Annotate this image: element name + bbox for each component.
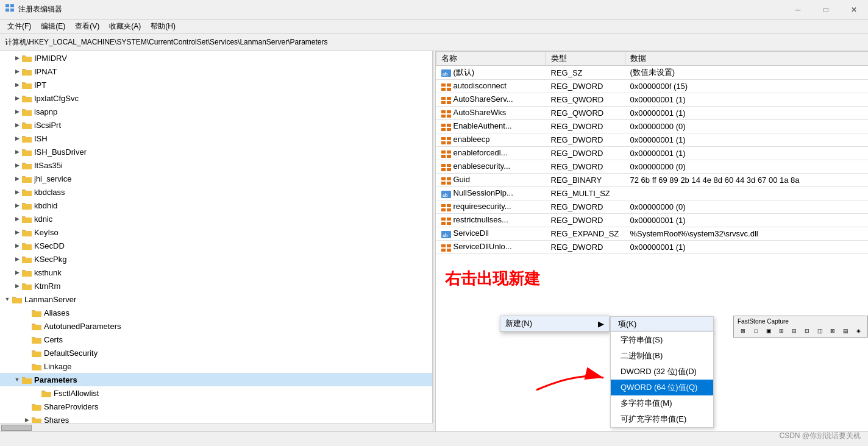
table-row[interactable]: enableecpREG_DWORD0x00000001 (1) xyxy=(436,133,869,147)
tree-item-parameters[interactable]: ▼ Parameters xyxy=(0,373,432,386)
tree-item-ksthunk[interactable]: ▶ ksthunk xyxy=(0,266,432,279)
tree-item-kbdhid[interactable]: ▶ kbdhid xyxy=(0,199,432,212)
ctx-string-value[interactable]: 字符串值(S) xyxy=(611,332,713,348)
context-menu[interactable]: 新建(N) ▶ 项(K) 字符串值(S) 二进制值(B) DWORD (32 位… xyxy=(500,316,610,332)
faststone-tools[interactable]: ⊠ □ ▣ ⊞ ⊟ ⊡ ◫ ⊠ ▤ ◈ xyxy=(738,326,864,336)
fs-tool-5[interactable]: ⊟ xyxy=(789,326,800,336)
table-row[interactable]: abNullSessionPip...REG_MULTI_SZ xyxy=(436,187,869,200)
table-row[interactable]: enablesecurity...REG_DWORD0x00000000 (0) xyxy=(436,160,869,174)
tree-item-lanmanserver[interactable]: ▼ LanmanServer xyxy=(0,292,432,306)
expand-icon[interactable]: ▶ xyxy=(12,241,22,250)
expand-icon[interactable]: ▶ xyxy=(12,200,22,210)
ctx-expandstring-value[interactable]: 可扩充字符串值(E) xyxy=(611,411,713,427)
fs-tool-8[interactable]: ⊠ xyxy=(827,326,838,336)
tree-item-fsctlallowlist[interactable]: ▶ FsctlAllowlist xyxy=(0,386,432,400)
expand-icon[interactable]: ▶ xyxy=(12,267,22,277)
expand-icon[interactable]: ▶ xyxy=(12,254,22,264)
expand-icon[interactable]: ▶ xyxy=(12,80,22,90)
tree-item-kbdclass[interactable]: ▶ kbdclass xyxy=(0,185,432,199)
minimize-button[interactable]: ─ xyxy=(784,0,812,19)
tree-item-itsas35i[interactable]: ▶ ItSas35i xyxy=(0,158,432,172)
ctx-dword-value[interactable]: DWORD (32 位)值(D) xyxy=(611,364,713,380)
maximize-button[interactable]: □ xyxy=(812,0,840,19)
folder-icon xyxy=(22,281,32,290)
tree-item-jhi-service[interactable]: ▶ jhi_service xyxy=(0,172,432,185)
tree-item-kdnic[interactable]: ▶ kdnic xyxy=(0,212,432,225)
table-row[interactable]: GuidREG_BINARY72 6b ff 69 89 2b 14 4e 8d… xyxy=(436,174,869,187)
table-row[interactable]: AutoShareWksREG_QWORD0x00000001 (1) xyxy=(436,107,869,120)
reg-name-text: restrictnullses... xyxy=(454,215,508,224)
menu-bar: 文件(F) 编辑(E) 查看(V) 收藏夹(A) 帮助(H) xyxy=(0,19,868,34)
expand-icon[interactable]: ▶ xyxy=(12,120,22,130)
tree-item-ipnat[interactable]: ▶ IPNAT xyxy=(0,65,432,78)
fs-tool-6[interactable]: ⊡ xyxy=(802,326,813,336)
tree-item-ipxlatcfgsvc[interactable]: ▶ IpxlatCfgSvc xyxy=(0,91,432,105)
tree-item-keyiso[interactable]: ▶ KeyIso xyxy=(0,225,432,239)
table-row[interactable]: ServiceDllUnlo...REG_DWORD0x00000001 (1) xyxy=(436,241,869,254)
ctx-qword-value[interactable]: QWORD (64 位)值(Q) xyxy=(611,380,713,395)
tree-item-ipt[interactable]: ▶ IPT xyxy=(0,78,432,91)
ctx-binary-value[interactable]: 二进制值(B) xyxy=(611,348,713,364)
menu-view[interactable]: 查看(V) xyxy=(70,20,104,33)
menu-edit[interactable]: 编辑(E) xyxy=(36,20,70,33)
expand-icon[interactable]: ▶ xyxy=(12,187,22,197)
context-menu-new-row[interactable]: 新建(N) ▶ 项(K) xyxy=(500,316,609,331)
table-row[interactable]: requiresecurity...REG_DWORD0x00000000 (0… xyxy=(436,200,869,214)
reg-data-cell: 0x00000000 (0) xyxy=(625,160,869,174)
svg-rect-27 xyxy=(447,150,451,154)
fs-tool-3[interactable]: ▣ xyxy=(763,326,774,336)
fs-tool-9[interactable]: ▤ xyxy=(840,326,851,336)
tree-item-ksecpkg[interactable]: ▶ KSecPkg xyxy=(0,252,432,266)
menu-file[interactable]: 文件(F) xyxy=(2,20,36,33)
fs-tool-1[interactable]: ⊠ xyxy=(738,326,749,336)
tree-item-linkage[interactable]: ▶ Linkage xyxy=(0,359,432,373)
expand-icon[interactable]: ▶ xyxy=(12,214,22,224)
tree-item-isapnp[interactable]: ▶ isapnp xyxy=(0,105,432,118)
context-submenu[interactable]: 字符串值(S) 二进制值(B) DWORD (32 位)值(D) QWORD (… xyxy=(610,331,714,428)
tree-item-autotunedparameters[interactable]: ▶ AutotunedParameters xyxy=(0,319,432,333)
fs-tool-7[interactable]: ◫ xyxy=(814,326,825,336)
menu-favorites[interactable]: 收藏夹(A) xyxy=(104,20,146,33)
table-row[interactable]: enableforcedl...REG_DWORD0x00000001 (1) xyxy=(436,147,869,160)
table-row[interactable]: abServiceDllREG_EXPAND_SZ%SystemRoot%\sy… xyxy=(436,227,869,241)
expand-icon[interactable]: ▶ xyxy=(12,147,22,157)
table-row[interactable]: EnableAuthent...REG_DWORD0x00000000 (0) xyxy=(436,120,869,133)
tree-item-ish-busdriver[interactable]: ▶ ISH_BusDriver xyxy=(0,145,432,158)
reg-type-icon xyxy=(441,136,451,143)
tree-item-ipmidrv[interactable]: ▶ IPMIDRV xyxy=(0,51,432,65)
expand-icon[interactable]: ▼ xyxy=(2,294,12,304)
ctx-multistring-value[interactable]: 多字符串值(M) xyxy=(611,395,713,411)
table-row[interactable]: autodisconnectREG_DWORD0x0000000f (15) xyxy=(436,80,869,93)
tree-item-certs[interactable]: ▶ Certs xyxy=(0,333,432,346)
fs-tool-10[interactable]: ◈ xyxy=(853,326,864,336)
close-button[interactable]: ✕ xyxy=(840,0,868,19)
expand-icon[interactable]: ▶ xyxy=(12,93,22,103)
tree-item-aliases[interactable]: ▶ Aliases xyxy=(0,306,432,319)
table-row[interactable]: restrictnullses...REG_DWORD0x00000001 (1… xyxy=(436,214,869,227)
tree-item-iscsiptr[interactable]: ▶ iScsiPrt xyxy=(0,118,432,132)
expand-icon[interactable]: ▶ xyxy=(12,133,22,143)
svg-rect-52 xyxy=(441,249,446,252)
table-row[interactable]: ab(默认)REG_SZ(数值未设置) xyxy=(436,66,869,80)
expand-icon[interactable]: ▶ xyxy=(12,53,22,63)
expand-icon[interactable]: ▼ xyxy=(12,375,22,384)
table-row[interactable]: AutoShareServ...REG_QWORD0x00000001 (1) xyxy=(436,93,869,107)
tree-item-shareproviders[interactable]: ▶ ShareProviders xyxy=(0,400,432,413)
expand-icon[interactable]: ▶ xyxy=(12,281,22,291)
expand-icon[interactable]: ▶ xyxy=(12,107,22,116)
fs-tool-2[interactable]: □ xyxy=(750,326,761,336)
tree-item-ksecdd[interactable]: ▶ KSecDD xyxy=(0,239,432,252)
expand-icon[interactable]: ▶ xyxy=(12,66,22,76)
hscroll-thumb[interactable] xyxy=(1,425,32,431)
menu-help[interactable]: 帮助(H) xyxy=(146,20,180,33)
tree-panel[interactable]: ▶ IPMIDRV ▶ IPNAT ▶ IPT xyxy=(0,51,433,431)
fs-tool-4[interactable]: ⊞ xyxy=(776,326,787,336)
tree-item-defaultsecurity[interactable]: ▶ DefaultSecurity xyxy=(0,346,432,359)
tree-hscrollbar[interactable] xyxy=(0,423,433,431)
expand-icon[interactable]: ▶ xyxy=(12,227,22,237)
expand-icon[interactable]: ▶ xyxy=(12,160,22,170)
tree-item-ish[interactable]: ▶ ISH xyxy=(0,132,432,145)
svg-rect-0 xyxy=(5,4,9,7)
tree-item-ktmrm[interactable]: ▶ KtmRm xyxy=(0,279,432,292)
expand-icon[interactable]: ▶ xyxy=(12,174,22,183)
